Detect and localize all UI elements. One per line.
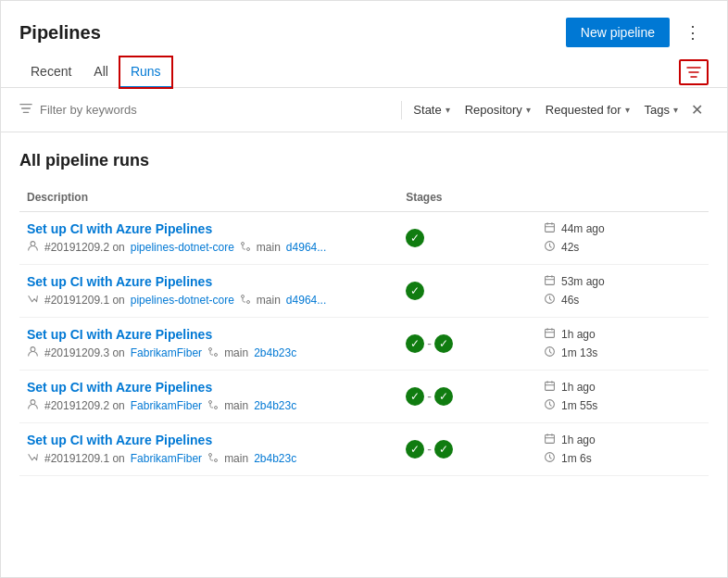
run-repo-link[interactable]: FabrikamFiber — [131, 346, 202, 359]
repository-filter-label: Repository — [465, 103, 522, 117]
svg-point-1 — [241, 243, 244, 245]
state-chevron-icon: ▾ — [446, 105, 450, 115]
run-title-link[interactable]: Set up CI with Azure Pipelines — [27, 221, 391, 236]
run-time-cell: 1h ago 1m 6s — [536, 423, 709, 476]
time-ago-row: 1h ago — [544, 380, 701, 395]
state-filter-dropdown[interactable]: State ▾ — [406, 99, 457, 120]
run-commit: d4964... — [286, 241, 326, 254]
stage-success-icon: ✓ — [406, 282, 424, 300]
run-repo-link[interactable]: pipelines-dotnet-core — [131, 294, 234, 307]
svg-point-9 — [31, 347, 35, 352]
run-meta: #20191209.1 on pipelines-dotnet-core mai… — [27, 293, 391, 308]
run-stages-cell: ✓-✓ — [398, 318, 536, 371]
duration-row: 42s — [544, 240, 701, 255]
run-commit: 2b4b23c — [254, 452, 296, 465]
table-row: Set up CI with Azure Pipelines #20191209… — [19, 212, 709, 265]
run-description-cell: Set up CI with Azure Pipelines #20191209… — [19, 212, 398, 265]
duration-row: 46s — [544, 293, 701, 308]
svg-point-14 — [31, 400, 35, 405]
time-ago-row: 1h ago — [544, 327, 701, 342]
run-type-icon — [27, 293, 39, 308]
stage-dash-icon: - — [427, 336, 432, 351]
more-options-button[interactable]: ⋮ — [677, 19, 709, 46]
branch-icon — [207, 452, 219, 465]
time-info: 1h ago 1m 13s — [544, 327, 701, 360]
clock-icon — [544, 398, 556, 413]
time-ago: 1h ago — [561, 328, 596, 341]
header-actions: New pipeline ⋮ — [566, 18, 709, 47]
svg-point-2 — [246, 248, 249, 251]
run-repo-link[interactable]: pipelines-dotnet-core — [131, 241, 234, 254]
filter-icon — [686, 65, 701, 80]
run-repo-link[interactable]: FabrikamFiber — [131, 399, 202, 412]
time-info: 53m ago 46s — [544, 274, 701, 308]
stage-success-icon: ✓ — [434, 334, 453, 353]
svg-point-20 — [215, 459, 218, 462]
repository-filter-dropdown[interactable]: Repository ▾ — [458, 99, 538, 120]
tab-all[interactable]: All — [82, 57, 119, 88]
tags-filter-label: Tags — [645, 103, 670, 117]
new-pipeline-button[interactable]: New pipeline — [566, 18, 670, 47]
col-header-stages: Stages — [398, 185, 536, 212]
svg-point-11 — [215, 354, 218, 357]
duration: 1m 55s — [561, 399, 597, 412]
stage-icons: ✓-✓ — [406, 440, 529, 459]
run-meta: #20191209.1 on FabrikamFiber main 2b4b23… — [27, 451, 391, 466]
calendar-icon — [544, 274, 556, 289]
filter-keyword-input[interactable] — [40, 103, 397, 117]
run-id: #20191209.1 on — [44, 294, 125, 307]
stage-icons: ✓ — [406, 229, 529, 247]
stage-dash-icon: - — [427, 389, 432, 404]
tab-runs[interactable]: Runs — [119, 57, 172, 88]
clock-icon — [544, 293, 556, 308]
branch-icon — [207, 346, 219, 359]
run-meta: #20191209.2 on FabrikamFiber main 2b4b23… — [27, 398, 391, 413]
filter-bar-icon — [19, 102, 32, 118]
duration-row: 1m 13s — [544, 346, 701, 360]
svg-rect-3 — [546, 223, 555, 232]
duration: 1m 13s — [561, 346, 597, 359]
svg-point-15 — [209, 401, 212, 404]
tab-recent[interactable]: Recent — [19, 57, 82, 88]
page-title: Pipelines — [19, 22, 101, 44]
section-title: All pipeline runs — [19, 151, 709, 170]
run-branch: main — [257, 241, 281, 254]
run-branch: main — [224, 452, 248, 465]
run-id: #20191209.2 on — [44, 399, 125, 412]
run-time-cell: 44m ago 42s — [536, 212, 709, 265]
run-branch: main — [224, 399, 248, 412]
tags-filter-dropdown[interactable]: Tags ▾ — [637, 99, 685, 120]
run-title-link[interactable]: Set up CI with Azure Pipelines — [27, 433, 391, 447]
stage-success-icon: ✓ — [434, 440, 453, 459]
run-repo-link[interactable]: FabrikamFiber — [131, 452, 202, 465]
time-ago-row: 1h ago — [544, 433, 701, 447]
time-info: 1h ago 1m 55s — [544, 380, 701, 413]
table-row: Set up CI with Azure Pipelines #20191209… — [19, 318, 709, 371]
run-branch: main — [257, 294, 281, 307]
svg-point-5 — [241, 295, 244, 298]
calendar-icon — [544, 221, 556, 236]
run-type-icon — [27, 451, 39, 466]
duration: 1m 6s — [561, 452, 592, 465]
duration-row: 1m 55s — [544, 398, 701, 413]
clock-icon — [544, 346, 556, 360]
run-title-link[interactable]: Set up CI with Azure Pipelines — [27, 327, 391, 342]
filter-clear-button[interactable]: ✕ — [685, 97, 709, 122]
time-ago-row: 53m ago — [544, 274, 701, 289]
duration: 46s — [561, 294, 579, 307]
svg-rect-12 — [546, 329, 555, 337]
run-time-cell: 1h ago 1m 13s — [536, 318, 709, 371]
stage-success-icon: ✓ — [406, 229, 424, 247]
run-meta: #20191209.2 on pipelines-dotnet-core mai… — [27, 240, 391, 255]
requested-for-filter-dropdown[interactable]: Requested for ▾ — [538, 99, 637, 120]
run-branch: main — [224, 346, 248, 359]
col-header-description: Description — [19, 185, 398, 212]
run-title-link[interactable]: Set up CI with Azure Pipelines — [27, 274, 391, 289]
stage-icons: ✓ — [406, 282, 529, 300]
stage-success-icon: ✓ — [434, 387, 453, 406]
requested-for-filter-label: Requested for — [546, 103, 621, 117]
runs-table: Description Stages Set up CI with Azure … — [19, 185, 709, 476]
time-info: 44m ago 42s — [544, 221, 701, 255]
filter-toggle-button[interactable] — [679, 59, 709, 85]
run-title-link[interactable]: Set up CI with Azure Pipelines — [27, 380, 391, 395]
